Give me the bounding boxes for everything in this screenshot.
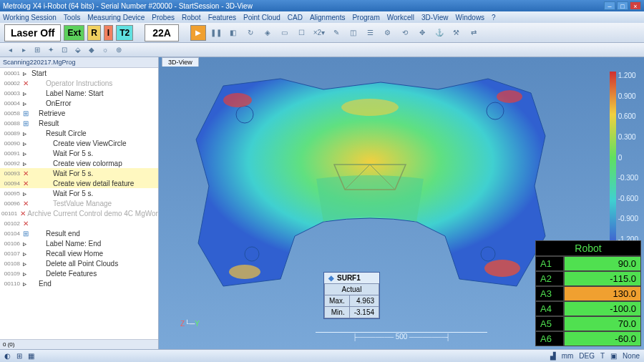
tree-row[interactable]: 00002✕Operator Instructions: [0, 78, 158, 88]
pan-icon[interactable]: ✥: [415, 26, 429, 40]
tree-row[interactable]: 00058⊞Retrieve: [0, 108, 158, 118]
status-icon-2[interactable]: ⊞: [16, 352, 22, 360]
menu-robot[interactable]: Robot: [182, 14, 201, 21]
tree-label: Create view colormap: [53, 160, 122, 167]
tool-4[interactable]: ✦: [45, 44, 57, 56]
status-icon-3[interactable]: ▦: [28, 352, 34, 360]
minimize-button[interactable]: –: [604, 1, 615, 10]
anchor-icon[interactable]: ⚓: [432, 26, 447, 40]
tree-row[interactable]: 00107▹Recall view Home: [0, 248, 158, 258]
robot-axis-label: A5: [535, 316, 564, 331]
tool-6[interactable]: ⬙: [72, 44, 84, 56]
tree-label: OnError: [46, 99, 72, 107]
gear-icon[interactable]: ⚙: [381, 26, 395, 40]
surface-info-box[interactable]: ◆SURF1 Actual Max.4.963 Min.-3.154: [323, 272, 380, 319]
unit-deg[interactable]: DEG: [579, 352, 595, 360]
tree-label: Start: [31, 69, 47, 77]
program-tree[interactable]: 00001▹Start00002✕Operator Instructions00…: [0, 68, 158, 339]
menu-probes[interactable]: Probes: [152, 14, 175, 21]
colorbar-tick: 0: [618, 154, 638, 162]
status-cube-icon[interactable]: ▣: [610, 352, 617, 360]
tool-7[interactable]: ◆: [86, 44, 97, 56]
tree-row[interactable]: 00088⊞Result: [0, 118, 158, 128]
tree-row[interactable]: 00001▹Start: [0, 68, 158, 78]
robot-axis-row: A3130.0: [535, 286, 641, 301]
config-icon[interactable]: ⚒: [449, 26, 464, 40]
step-icon: ▹: [23, 270, 30, 277]
tree-row[interactable]: 00004▹OnError: [0, 98, 158, 108]
menu-alignments[interactable]: Alignments: [310, 14, 345, 21]
tool-9[interactable]: ⊕: [113, 44, 125, 56]
refresh-icon[interactable]: ↻: [243, 26, 258, 40]
menu-bar: Working SessionToolsMeasuring DeviceProb…: [0, 11, 644, 23]
step-icon: ▹: [23, 190, 30, 197]
tree-row[interactable]: 00091▹Wait For 5 s.: [0, 148, 158, 158]
menu-3d-view[interactable]: 3D-View: [421, 14, 449, 21]
tree-label: Result Circle: [46, 129, 87, 137]
tree-row[interactable]: 00093✕Wait For 5 s.: [0, 168, 158, 178]
page-icon[interactable]: ▭: [278, 26, 292, 40]
tree-label: Delete Features: [46, 270, 97, 278]
clip-icon[interactable]: ◫: [346, 26, 361, 40]
cube-icon[interactable]: ◈: [260, 26, 275, 40]
tree-row[interactable]: 00095▹Wait For 5 s.: [0, 188, 158, 198]
amperage-display: 22A: [145, 24, 179, 41]
menu-cad[interactable]: CAD: [288, 14, 303, 21]
menu-windows[interactable]: Windows: [456, 14, 485, 21]
box-icon[interactable]: ☐: [295, 26, 309, 40]
menu-tools[interactable]: Tools: [64, 14, 80, 21]
status-none[interactable]: None: [623, 352, 640, 360]
robot-axis-value: -115.0: [564, 271, 641, 286]
badge-ext[interactable]: Ext: [64, 25, 84, 41]
viewport-tab[interactable]: 3D-View: [162, 57, 199, 67]
zoom-select[interactable]: ×2▾: [312, 26, 326, 40]
maximize-button[interactable]: □: [617, 1, 628, 10]
link-icon[interactable]: ⇄: [467, 26, 481, 40]
menu-?[interactable]: ?: [492, 14, 496, 21]
badge-r[interactable]: R: [87, 25, 101, 41]
menu-working-session[interactable]: Working Session: [3, 14, 57, 21]
play-button[interactable]: ▶: [190, 25, 206, 41]
actual-header: Actual: [325, 284, 379, 295]
svg-point-12: [484, 260, 520, 277]
tree-row[interactable]: 00104⊞Result end: [0, 228, 158, 238]
rotate-icon[interactable]: ⟲: [398, 26, 412, 40]
tool-1[interactable]: ◂: [4, 44, 16, 56]
badge-i[interactable]: I: [104, 25, 113, 41]
menu-features[interactable]: Features: [208, 14, 236, 21]
badge-t2[interactable]: T2: [116, 25, 133, 41]
title-bar: Metrolog X4 i-Robot (64 bits) - Serial N…: [0, 0, 644, 11]
menu-program[interactable]: Program: [352, 14, 379, 21]
tree-row[interactable]: 00108▹Delete all Point Clouds: [0, 258, 158, 268]
tree-row[interactable]: 00109▹Delete Features: [0, 268, 158, 278]
tree-row[interactable]: 00089▹Result Circle: [0, 128, 158, 138]
close-button[interactable]: ×: [630, 1, 641, 10]
tool-2[interactable]: ▸: [18, 44, 29, 56]
pause-button[interactable]: ❚❚: [209, 26, 223, 40]
laser-status[interactable]: Laser Off: [4, 24, 61, 41]
tree-row[interactable]: 00090▹Create view ViewCircle: [0, 138, 158, 148]
unit-mm[interactable]: mm: [562, 352, 574, 360]
menu-point-cloud[interactable]: Point Cloud: [243, 14, 280, 21]
tree-row[interactable]: 00003▹Label Name: Start: [0, 88, 158, 98]
tree-row[interactable]: 00106▹Label Name: End: [0, 238, 158, 248]
menu-measuring-device[interactable]: Measuring Device: [87, 14, 145, 21]
tool-8[interactable]: ☼: [99, 44, 111, 56]
menu-workcell[interactable]: Workcell: [387, 14, 414, 21]
tree-row[interactable]: 00094✕Create view detail feature: [0, 178, 158, 188]
tree-row[interactable]: 00096✕TestValue Manage: [0, 198, 158, 208]
tree-row[interactable]: 00110▹End: [0, 278, 158, 288]
status-icon-1[interactable]: ◐: [4, 352, 11, 360]
status-t[interactable]: T: [600, 352, 605, 360]
color-labels: 1.2000.9000.6000.3000-0.300-0.600-0.900-…: [616, 72, 638, 243]
view-button[interactable]: ◧: [226, 26, 240, 40]
tool-3[interactable]: ⊞: [31, 44, 43, 56]
tool-5[interactable]: ⊡: [59, 44, 70, 56]
tree-row[interactable]: 00101✕Archive Current Control demo 4C Mg…: [0, 208, 158, 218]
step-icon: ▹: [23, 240, 30, 247]
tree-row[interactable]: 00092▹Create view colormap: [0, 158, 158, 168]
status-icon-4[interactable]: ▟: [550, 352, 556, 360]
brush-icon[interactable]: ✎: [329, 26, 343, 40]
measure-icon[interactable]: ☰: [364, 26, 378, 40]
tree-row[interactable]: 00102✕: [0, 218, 158, 228]
